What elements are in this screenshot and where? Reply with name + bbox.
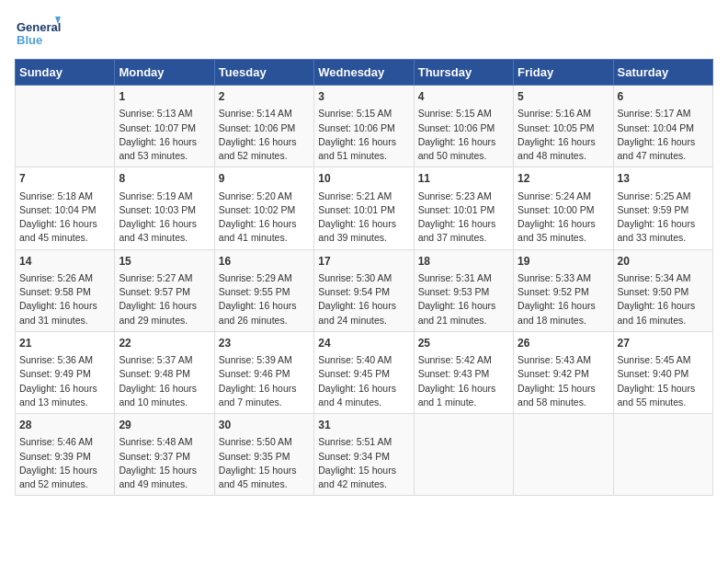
day-info: Sunrise: 5:13 AM Sunset: 10:07 PM Daylig…: [119, 107, 210, 163]
week-row-3: 14Sunrise: 5:26 AM Sunset: 9:58 PM Dayli…: [16, 249, 713, 331]
calendar-cell: 25Sunrise: 5:42 AM Sunset: 9:43 PM Dayli…: [414, 331, 513, 413]
calendar-cell: 19Sunrise: 5:33 AM Sunset: 9:52 PM Dayli…: [514, 249, 613, 331]
calendar-cell: 13Sunrise: 5:25 AM Sunset: 9:59 PM Dayli…: [613, 167, 712, 249]
day-info: Sunrise: 5:20 AM Sunset: 10:02 PM Daylig…: [219, 190, 310, 246]
calendar-cell: 26Sunrise: 5:43 AM Sunset: 9:42 PM Dayli…: [514, 331, 613, 413]
day-info: Sunrise: 5:24 AM Sunset: 10:00 PM Daylig…: [518, 190, 609, 246]
week-row-2: 7Sunrise: 5:18 AM Sunset: 10:04 PM Dayli…: [16, 167, 713, 249]
calendar-cell: 20Sunrise: 5:34 AM Sunset: 9:50 PM Dayli…: [613, 249, 712, 331]
calendar-cell: 15Sunrise: 5:27 AM Sunset: 9:57 PM Dayli…: [115, 249, 214, 331]
calendar-cell: 24Sunrise: 5:40 AM Sunset: 9:45 PM Dayli…: [314, 331, 414, 413]
svg-text:General: General: [17, 20, 61, 34]
calendar-cell: 16Sunrise: 5:29 AM Sunset: 9:55 PM Dayli…: [214, 249, 313, 331]
day-number: 27: [618, 336, 709, 351]
calendar-cell: 14Sunrise: 5:26 AM Sunset: 9:58 PM Dayli…: [16, 249, 115, 331]
day-number: 16: [219, 254, 310, 270]
day-info: Sunrise: 5:30 AM Sunset: 9:54 PM Dayligh…: [318, 271, 409, 327]
calendar-cell: [414, 414, 513, 496]
calendar-cell: 8Sunrise: 5:19 AM Sunset: 10:03 PM Dayli…: [115, 167, 214, 249]
day-info: Sunrise: 5:34 AM Sunset: 9:50 PM Dayligh…: [618, 271, 709, 327]
day-info: Sunrise: 5:15 AM Sunset: 10:06 PM Daylig…: [418, 107, 509, 163]
day-info: Sunrise: 5:33 AM Sunset: 9:52 PM Dayligh…: [518, 271, 609, 327]
calendar-cell: 9Sunrise: 5:20 AM Sunset: 10:02 PM Dayli…: [214, 167, 313, 249]
day-info: Sunrise: 5:14 AM Sunset: 10:06 PM Daylig…: [219, 107, 310, 163]
logo: General Blue: [15, 15, 66, 55]
day-number: 1: [119, 89, 210, 105]
day-number: 26: [518, 336, 609, 351]
day-info: Sunrise: 5:31 AM Sunset: 9:53 PM Dayligh…: [418, 271, 509, 327]
day-info: Sunrise: 5:46 AM Sunset: 9:39 PM Dayligh…: [19, 435, 110, 491]
day-info: Sunrise: 5:50 AM Sunset: 9:35 PM Dayligh…: [219, 435, 310, 491]
day-number: 28: [19, 418, 110, 433]
day-info: Sunrise: 5:18 AM Sunset: 10:04 PM Daylig…: [19, 190, 110, 246]
calendar-cell: 12Sunrise: 5:24 AM Sunset: 10:00 PM Dayl…: [514, 167, 613, 249]
calendar-cell: 30Sunrise: 5:50 AM Sunset: 9:35 PM Dayli…: [214, 414, 313, 496]
header-day-thursday: Thursday: [414, 60, 513, 86]
svg-text:Blue: Blue: [17, 33, 42, 47]
calendar-cell: 11Sunrise: 5:23 AM Sunset: 10:01 PM Dayl…: [414, 167, 513, 249]
week-row-4: 21Sunrise: 5:36 AM Sunset: 9:49 PM Dayli…: [16, 331, 713, 413]
calendar-cell: 27Sunrise: 5:45 AM Sunset: 9:40 PM Dayli…: [613, 331, 712, 413]
day-info: Sunrise: 5:29 AM Sunset: 9:55 PM Dayligh…: [219, 271, 310, 327]
day-info: Sunrise: 5:23 AM Sunset: 10:01 PM Daylig…: [418, 190, 509, 246]
day-info: Sunrise: 5:26 AM Sunset: 9:58 PM Dayligh…: [19, 271, 110, 327]
day-number: 29: [119, 418, 210, 433]
header-day-sunday: Sunday: [16, 60, 115, 86]
calendar-header-row: SundayMondayTuesdayWednesdayThursdayFrid…: [16, 60, 713, 86]
day-info: Sunrise: 5:21 AM Sunset: 10:01 PM Daylig…: [318, 190, 409, 246]
header-day-saturday: Saturday: [613, 60, 712, 86]
day-info: Sunrise: 5:27 AM Sunset: 9:57 PM Dayligh…: [119, 271, 210, 327]
header-day-wednesday: Wednesday: [314, 60, 414, 86]
day-info: Sunrise: 5:39 AM Sunset: 9:46 PM Dayligh…: [219, 353, 310, 409]
day-info: Sunrise: 5:25 AM Sunset: 9:59 PM Dayligh…: [618, 190, 709, 246]
calendar-cell: 4Sunrise: 5:15 AM Sunset: 10:06 PM Dayli…: [414, 86, 513, 167]
day-number: 12: [518, 171, 609, 187]
day-number: 14: [19, 254, 110, 270]
day-number: 13: [618, 171, 709, 187]
day-number: 10: [318, 171, 409, 187]
calendar-cell: 7Sunrise: 5:18 AM Sunset: 10:04 PM Dayli…: [16, 167, 115, 249]
calendar-cell: 6Sunrise: 5:17 AM Sunset: 10:04 PM Dayli…: [613, 86, 712, 167]
day-number: 25: [418, 336, 509, 351]
day-number: 22: [119, 336, 210, 351]
day-info: Sunrise: 5:43 AM Sunset: 9:42 PM Dayligh…: [518, 353, 609, 409]
day-info: Sunrise: 5:42 AM Sunset: 9:43 PM Dayligh…: [418, 353, 509, 409]
calendar-cell: 18Sunrise: 5:31 AM Sunset: 9:53 PM Dayli…: [414, 249, 513, 331]
day-info: Sunrise: 5:17 AM Sunset: 10:04 PM Daylig…: [618, 107, 709, 163]
day-number: 7: [19, 171, 110, 187]
calendar-cell: 5Sunrise: 5:16 AM Sunset: 10:05 PM Dayli…: [514, 86, 613, 167]
calendar-cell: 22Sunrise: 5:37 AM Sunset: 9:48 PM Dayli…: [115, 331, 214, 413]
day-info: Sunrise: 5:51 AM Sunset: 9:34 PM Dayligh…: [318, 435, 409, 491]
day-number: 5: [518, 89, 609, 105]
week-row-1: 1Sunrise: 5:13 AM Sunset: 10:07 PM Dayli…: [16, 86, 713, 167]
calendar-cell: 3Sunrise: 5:15 AM Sunset: 10:06 PM Dayli…: [314, 86, 414, 167]
day-number: 6: [618, 89, 709, 105]
calendar-cell: 23Sunrise: 5:39 AM Sunset: 9:46 PM Dayli…: [214, 331, 313, 413]
day-info: Sunrise: 5:40 AM Sunset: 9:45 PM Dayligh…: [318, 353, 409, 409]
calendar-cell: 29Sunrise: 5:48 AM Sunset: 9:37 PM Dayli…: [115, 414, 214, 496]
calendar-cell: 28Sunrise: 5:46 AM Sunset: 9:39 PM Dayli…: [16, 414, 115, 496]
day-number: 9: [219, 171, 310, 187]
calendar-cell: [16, 86, 115, 167]
day-number: 2: [219, 89, 310, 105]
day-number: 30: [219, 418, 310, 433]
page-header: General Blue: [15, 15, 713, 55]
day-number: 20: [618, 254, 709, 270]
calendar-table: SundayMondayTuesdayWednesdayThursdayFrid…: [15, 59, 713, 496]
day-info: Sunrise: 5:19 AM Sunset: 10:03 PM Daylig…: [119, 190, 210, 246]
day-number: 24: [318, 336, 409, 351]
calendar-cell: 21Sunrise: 5:36 AM Sunset: 9:49 PM Dayli…: [16, 331, 115, 413]
day-info: Sunrise: 5:37 AM Sunset: 9:48 PM Dayligh…: [119, 353, 210, 409]
calendar-cell: 2Sunrise: 5:14 AM Sunset: 10:06 PM Dayli…: [214, 86, 313, 167]
logo-graphic: General Blue: [15, 15, 61, 55]
day-number: 8: [119, 171, 210, 187]
day-number: 18: [418, 254, 509, 270]
calendar-cell: [613, 414, 712, 496]
calendar-cell: [514, 414, 613, 496]
day-info: Sunrise: 5:15 AM Sunset: 10:06 PM Daylig…: [318, 107, 409, 163]
logo-svg: General Blue: [15, 15, 61, 52]
day-number: 11: [418, 171, 509, 187]
day-number: 4: [418, 89, 509, 105]
day-number: 17: [318, 254, 409, 270]
day-info: Sunrise: 5:16 AM Sunset: 10:05 PM Daylig…: [518, 107, 609, 163]
